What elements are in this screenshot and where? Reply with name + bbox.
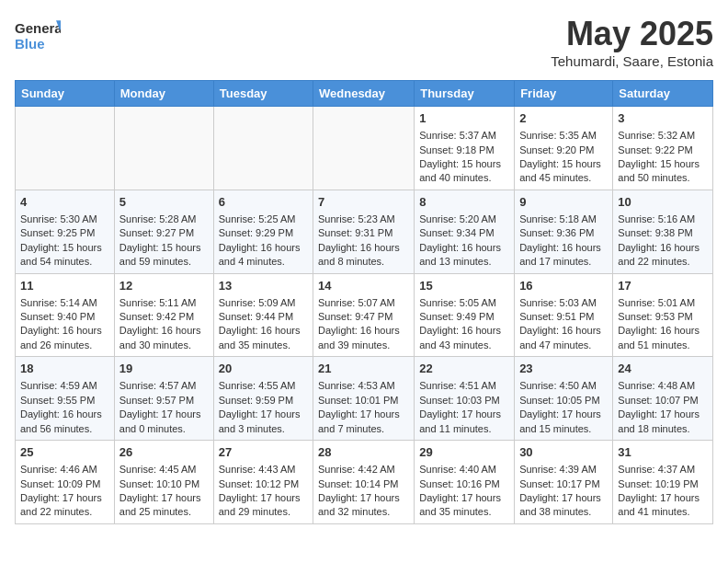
day-info: and 32 minutes. — [318, 505, 409, 519]
day-info: Sunrise: 5:25 AM — [219, 213, 308, 226]
day-info: and 8 minutes. — [318, 255, 409, 269]
day-info: and 26 minutes. — [20, 339, 109, 352]
day-info: Sunset: 9:18 PM — [419, 144, 509, 157]
day-info: Sunset: 10:16 PM — [419, 477, 509, 491]
day-info: Daylight: 16 hours — [219, 241, 308, 255]
day-info: and 54 minutes. — [20, 255, 109, 269]
day-info: Sunrise: 5:30 AM — [20, 213, 109, 226]
day-info: Sunrise: 4:45 AM — [119, 463, 209, 477]
day-info: Daylight: 16 hours — [20, 324, 109, 338]
calendar-week-4: 18Sunrise: 4:59 AMSunset: 9:55 PMDayligh… — [16, 357, 713, 441]
day-info: Sunrise: 4:39 AM — [519, 463, 608, 477]
calendar-cell: 5Sunrise: 5:28 AMSunset: 9:27 PMDaylight… — [114, 190, 213, 273]
day-info: Daylight: 16 hours — [419, 241, 509, 255]
day-number: 5 — [119, 194, 209, 211]
day-number: 16 — [519, 278, 608, 294]
weekday-header-sunday: Sunday — [16, 81, 115, 107]
day-info: Daylight: 17 hours — [519, 408, 608, 421]
day-info: Daylight: 15 hours — [20, 241, 109, 255]
calendar-table: SundayMondayTuesdayWednesdayThursdayFrid… — [15, 80, 713, 524]
day-number: 15 — [419, 278, 509, 294]
weekday-header-wednesday: Wednesday — [313, 81, 415, 107]
day-info: and 41 minutes. — [618, 505, 708, 519]
day-info: and 22 minutes. — [20, 505, 109, 519]
calendar-cell: 16Sunrise: 5:03 AMSunset: 9:51 PMDayligh… — [515, 273, 613, 357]
day-info: Daylight: 16 hours — [119, 324, 209, 338]
day-info: and 51 minutes. — [618, 339, 708, 352]
day-info: Sunset: 9:44 PM — [219, 310, 308, 324]
day-info: Sunset: 10:09 PM — [20, 477, 109, 491]
day-info: Sunset: 9:25 PM — [20, 226, 109, 240]
day-info: Sunset: 9:34 PM — [419, 226, 509, 240]
day-info: Sunset: 9:59 PM — [219, 394, 308, 408]
day-info: Sunset: 10:01 PM — [318, 394, 409, 408]
calendar-cell: 30Sunrise: 4:39 AMSunset: 10:17 PMDaylig… — [515, 441, 613, 524]
day-info: Sunrise: 4:48 AM — [618, 379, 708, 393]
day-info: Daylight: 17 hours — [519, 491, 608, 505]
day-info: and 30 minutes. — [119, 339, 209, 352]
logo-svg: General Blue — [15, 15, 61, 61]
day-info: Daylight: 16 hours — [519, 241, 608, 255]
day-info: Sunset: 10:12 PM — [219, 477, 308, 491]
calendar-cell: 10Sunrise: 5:16 AMSunset: 9:38 PMDayligh… — [613, 190, 713, 273]
month-title: May 2025 — [551, 15, 713, 53]
day-number: 14 — [318, 278, 409, 294]
weekday-header-tuesday: Tuesday — [213, 81, 313, 107]
day-info: Sunset: 10:19 PM — [618, 477, 708, 491]
day-info: and 29 minutes. — [219, 505, 308, 519]
day-info: Sunset: 9:51 PM — [519, 310, 608, 324]
calendar-cell: 17Sunrise: 5:01 AMSunset: 9:53 PMDayligh… — [613, 273, 713, 357]
day-info: and 45 minutes. — [519, 171, 608, 185]
day-number: 12 — [119, 278, 209, 294]
day-info: Daylight: 17 hours — [119, 491, 209, 505]
day-info: Daylight: 16 hours — [419, 324, 509, 338]
day-info: Daylight: 17 hours — [618, 491, 708, 505]
day-info: Sunrise: 5:09 AM — [219, 296, 308, 310]
day-number: 8 — [419, 194, 509, 211]
calendar-cell: 14Sunrise: 5:07 AMSunset: 9:47 PMDayligh… — [313, 273, 415, 357]
day-info: and 56 minutes. — [20, 422, 109, 436]
day-info: Daylight: 16 hours — [20, 408, 109, 421]
day-info: Sunrise: 4:53 AM — [318, 379, 409, 393]
day-info: Sunrise: 4:42 AM — [318, 463, 409, 477]
day-number: 9 — [519, 194, 608, 211]
day-info: Daylight: 17 hours — [419, 491, 509, 505]
day-number: 20 — [219, 361, 308, 377]
day-info: Sunrise: 4:50 AM — [519, 379, 608, 393]
calendar-cell — [114, 107, 213, 190]
day-info: Daylight: 17 hours — [318, 491, 409, 505]
day-info: and 13 minutes. — [419, 255, 509, 269]
day-info: Daylight: 17 hours — [219, 491, 308, 505]
day-info: Daylight: 16 hours — [618, 324, 708, 338]
calendar-week-1: 1Sunrise: 5:37 AMSunset: 9:18 PMDaylight… — [16, 107, 713, 190]
calendar-cell: 27Sunrise: 4:43 AMSunset: 10:12 PMDaylig… — [213, 441, 313, 524]
calendar-cell: 11Sunrise: 5:14 AMSunset: 9:40 PMDayligh… — [16, 273, 115, 357]
day-info: and 3 minutes. — [219, 422, 308, 436]
location-subtitle: Tehumardi, Saare, Estonia — [551, 53, 713, 69]
day-number: 19 — [119, 361, 209, 377]
weekday-header-monday: Monday — [114, 81, 213, 107]
day-info: Sunrise: 5:01 AM — [618, 296, 708, 310]
day-info: Sunrise: 4:59 AM — [20, 379, 109, 393]
day-info: Sunset: 10:03 PM — [419, 394, 509, 408]
calendar-cell: 24Sunrise: 4:48 AMSunset: 10:07 PMDaylig… — [613, 357, 713, 441]
svg-text:General: General — [15, 20, 61, 36]
day-number: 18 — [20, 361, 109, 377]
calendar-week-5: 25Sunrise: 4:46 AMSunset: 10:09 PMDaylig… — [16, 441, 713, 524]
day-info: Sunset: 10:17 PM — [519, 477, 608, 491]
calendar-cell: 23Sunrise: 4:50 AMSunset: 10:05 PMDaylig… — [515, 357, 613, 441]
day-number: 27 — [219, 444, 308, 461]
day-info: Sunrise: 5:14 AM — [20, 296, 109, 310]
day-info: Daylight: 17 hours — [318, 408, 409, 421]
day-info: Daylight: 17 hours — [20, 491, 109, 505]
day-info: Sunset: 9:29 PM — [219, 226, 308, 240]
day-number: 25 — [20, 444, 109, 461]
day-info: and 38 minutes. — [519, 505, 608, 519]
day-info: Sunset: 9:47 PM — [318, 310, 409, 324]
day-number: 11 — [20, 278, 109, 294]
day-info: and 59 minutes. — [119, 255, 209, 269]
calendar-cell: 6Sunrise: 5:25 AMSunset: 9:29 PMDaylight… — [213, 190, 313, 273]
calendar-cell — [313, 107, 415, 190]
calendar-week-2: 4Sunrise: 5:30 AMSunset: 9:25 PMDaylight… — [16, 190, 713, 273]
day-info: and 25 minutes. — [119, 505, 209, 519]
